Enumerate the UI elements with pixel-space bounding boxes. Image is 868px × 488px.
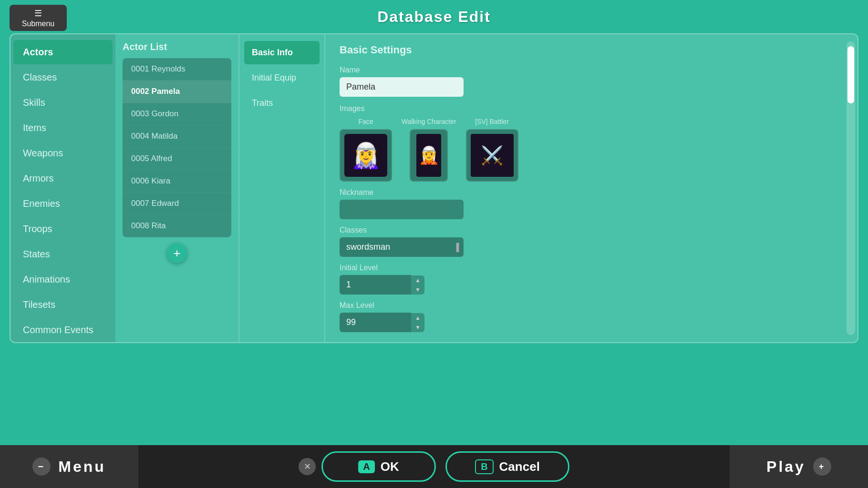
walking-image-frame[interactable]: 🧝 bbox=[410, 129, 448, 182]
classes-label: Classes bbox=[340, 226, 830, 234]
submenu-label: Submenu bbox=[22, 20, 55, 28]
sidebar-item-tilesets[interactable]: Tilesets bbox=[13, 293, 113, 317]
actor-item-0006[interactable]: 0006 Kiara bbox=[123, 170, 231, 193]
walking-image-box: Walking Character 🧝 bbox=[402, 118, 456, 182]
max-level-down[interactable]: ▼ bbox=[411, 323, 424, 332]
submenu-icon: ☰ bbox=[34, 8, 42, 19]
sv-image-frame[interactable]: ⚔️ bbox=[466, 129, 518, 182]
cancel-label: Cancel bbox=[499, 459, 540, 474]
info-tabs-panel: Basic Info Initial Equip Traits bbox=[239, 34, 325, 342]
images-title: Images bbox=[340, 104, 830, 113]
face-image-frame[interactable]: 🧝‍♀️ bbox=[340, 129, 392, 182]
tab-initial-equip[interactable]: Initial Equip bbox=[244, 66, 320, 90]
sv-art: ⚔️ bbox=[471, 134, 514, 177]
actor-item-0001[interactable]: 0001 Reynolds bbox=[123, 58, 231, 81]
sidebar: Actors Classes Skills Items Weapons Armo… bbox=[10, 34, 115, 342]
max-level-up[interactable]: ▲ bbox=[411, 313, 424, 323]
sidebar-item-animations[interactable]: Animations bbox=[13, 267, 113, 292]
actor-item-0007[interactable]: 0007 Edward bbox=[123, 193, 231, 215]
sidebar-item-states[interactable]: States bbox=[13, 242, 113, 266]
classes-input[interactable] bbox=[340, 237, 464, 257]
sidebar-item-common-events[interactable]: Common Events bbox=[13, 318, 113, 342]
classes-input-wrap: ▐ bbox=[340, 237, 464, 257]
ok-badge: A bbox=[358, 460, 374, 473]
walk-art: 🧝 bbox=[416, 134, 441, 177]
max-level-wrap: ▲ ▼ bbox=[340, 313, 435, 332]
actor-item-0003[interactable]: 0003 Gordon bbox=[123, 103, 231, 125]
sidebar-item-actors[interactable]: Actors bbox=[13, 40, 113, 64]
initial-level-spinner: ▲ ▼ bbox=[411, 275, 424, 295]
initial-level-wrap: ▲ ▼ bbox=[340, 275, 435, 295]
images-row: Face 🧝‍♀️ Walking Character 🧝 [SV] Battl… bbox=[340, 118, 830, 182]
sidebar-item-skills[interactable]: Skills bbox=[13, 91, 113, 115]
name-input[interactable] bbox=[340, 77, 464, 97]
sidebar-item-items[interactable]: Items bbox=[13, 116, 113, 140]
sv-label: [SV] Battler bbox=[475, 118, 509, 125]
nickname-input[interactable] bbox=[340, 200, 464, 219]
max-level-input[interactable] bbox=[340, 313, 411, 332]
menu-button[interactable]: − Menu bbox=[0, 445, 138, 488]
face-art: 🧝‍♀️ bbox=[344, 134, 387, 177]
submenu-button[interactable]: ☰ Submenu bbox=[10, 5, 67, 31]
ok-button[interactable]: A OK bbox=[321, 451, 436, 482]
play-plus-icon: + bbox=[813, 458, 831, 476]
scrollbar-thumb bbox=[847, 46, 854, 103]
play-label: Play bbox=[766, 458, 806, 476]
initial-level-up[interactable]: ▲ bbox=[411, 275, 424, 285]
settings-panel: Basic Settings Name Images Face 🧝‍♀️ Wal… bbox=[325, 34, 844, 342]
settings-title: Basic Settings bbox=[340, 44, 830, 56]
scrollbar-track[interactable] bbox=[847, 41, 855, 335]
max-level-label: Max Level bbox=[340, 301, 830, 310]
images-section: Images Face 🧝‍♀️ Walking Character 🧝 [SV… bbox=[340, 104, 830, 182]
sidebar-item-troops[interactable]: Troops bbox=[13, 217, 113, 241]
x-badge: ✕ bbox=[299, 458, 316, 475]
tab-traits[interactable]: Traits bbox=[244, 92, 320, 115]
main-content: Actors Classes Skills Items Weapons Armo… bbox=[10, 33, 858, 343]
page-title: Database Edit bbox=[377, 8, 491, 26]
tab-basic-info[interactable]: Basic Info bbox=[244, 41, 320, 64]
top-bar: ☰ Submenu Database Edit bbox=[0, 0, 868, 33]
actor-list-panel: Actor List 0001 Reynolds 0002 Pamela 000… bbox=[115, 34, 239, 342]
nickname-label: Nickname bbox=[340, 188, 830, 197]
sv-image-box: [SV] Battler ⚔️ bbox=[466, 118, 518, 182]
cancel-button[interactable]: B Cancel bbox=[445, 451, 569, 482]
sidebar-item-classes[interactable]: Classes bbox=[13, 65, 113, 90]
face-label: Face bbox=[358, 118, 373, 125]
center-buttons: ✕ A OK B Cancel bbox=[299, 451, 569, 482]
initial-level-label: Initial Level bbox=[340, 264, 830, 272]
walking-label: Walking Character bbox=[402, 118, 456, 125]
max-level-spinner: ▲ ▼ bbox=[411, 313, 424, 332]
actor-list: 0001 Reynolds 0002 Pamela 0003 Gordon 00… bbox=[123, 58, 231, 237]
bottom-bar: − Menu ✕ A OK B Cancel Play + bbox=[0, 445, 868, 488]
ok-label: OK bbox=[381, 459, 399, 474]
menu-minus-icon: − bbox=[32, 458, 51, 476]
menu-label: Menu bbox=[58, 458, 106, 476]
add-actor-button-container: + bbox=[123, 243, 231, 263]
actor-item-0002[interactable]: 0002 Pamela bbox=[123, 81, 231, 103]
actor-item-0004[interactable]: 0004 Matilda bbox=[123, 125, 231, 148]
name-label: Name bbox=[340, 66, 830, 74]
initial-level-input[interactable] bbox=[340, 275, 411, 295]
face-image-box: Face 🧝‍♀️ bbox=[340, 118, 392, 182]
sidebar-item-armors[interactable]: Armors bbox=[13, 166, 113, 191]
add-actor-button[interactable]: + bbox=[167, 243, 187, 263]
actor-item-0005[interactable]: 0005 Alfred bbox=[123, 148, 231, 170]
cancel-badge: B bbox=[475, 459, 493, 474]
play-button[interactable]: Play + bbox=[730, 445, 868, 488]
sidebar-item-enemies[interactable]: Enemies bbox=[13, 192, 113, 216]
actor-list-title: Actor List bbox=[123, 41, 231, 52]
sidebar-item-weapons[interactable]: Weapons bbox=[13, 141, 113, 165]
actor-item-0008[interactable]: 0008 Rita bbox=[123, 215, 231, 237]
initial-level-down[interactable]: ▼ bbox=[411, 285, 424, 295]
